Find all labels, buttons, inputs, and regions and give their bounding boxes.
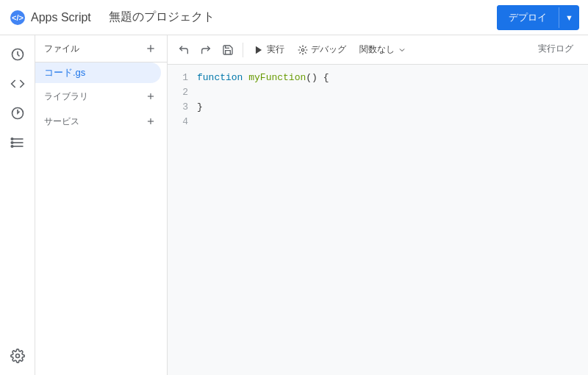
redo-icon — [200, 44, 212, 56]
redo-button[interactable] — [196, 41, 216, 59]
code-icon — [10, 76, 25, 91]
toolbar-divider-1 — [243, 43, 243, 57]
execution-log-tab[interactable]: 実行ログ — [529, 40, 582, 60]
code-toolbar: 実行 デバッグ 関数なし 実行ログ — [168, 35, 588, 65]
svg-text:</>: </> — [12, 13, 24, 22]
plus-icon — [145, 43, 157, 54]
function-label: 関数なし — [359, 43, 395, 56]
save-icon — [222, 44, 234, 56]
svg-point-8 — [11, 142, 13, 144]
sidebar-item-executions[interactable] — [4, 129, 31, 156]
add-file-button[interactable] — [143, 41, 158, 56]
play-icon — [254, 45, 264, 55]
svg-point-10 — [15, 354, 19, 358]
deploy-main-button[interactable]: デプロイ — [497, 5, 559, 30]
debug-icon — [298, 45, 308, 55]
code-content: function myFunction() { } — [197, 71, 588, 369]
libraries-section: ライブラリ — [35, 83, 167, 108]
debug-button[interactable]: デバッグ — [292, 40, 352, 59]
svg-point-18 — [301, 49, 304, 51]
sidebar-item-triggers[interactable] — [4, 100, 31, 126]
settings-icon — [10, 349, 25, 363]
svg-point-9 — [11, 146, 13, 148]
code-area: 実行 デバッグ 関数なし 実行ログ — [168, 35, 588, 375]
project-name-label: 無題のプロジェクト — [109, 10, 215, 25]
plus-icon — [146, 91, 156, 101]
line-num-4: 4 — [176, 115, 188, 129]
line-num-3: 3 — [176, 100, 188, 115]
file-sidebar-header: ファイル — [35, 35, 167, 63]
line-numbers: 1 2 3 4 — [168, 71, 197, 369]
main-layout: ファイル コード.gs ライブラリ — [0, 35, 588, 375]
app-header: </> Apps Script 無題のプロジェクト デプロイ ▼ — [0, 0, 588, 35]
chevron-down-icon — [398, 46, 406, 54]
chevron-down-icon: ▼ — [565, 13, 573, 22]
services-section-header: サービス — [35, 108, 167, 133]
plus-icon — [146, 116, 156, 126]
sidebar-item-overview[interactable] — [4, 41, 31, 68]
svg-point-7 — [11, 138, 13, 140]
run-button[interactable]: 実行 — [248, 40, 290, 59]
execution-log-label: 実行ログ — [538, 43, 573, 54]
file-sidebar: ファイル コード.gs ライブラリ — [35, 35, 168, 375]
trigger-icon — [10, 106, 25, 121]
svg-marker-17 — [256, 46, 262, 54]
libraries-label: ライブラリ — [44, 90, 88, 103]
add-library-button[interactable] — [143, 89, 158, 104]
code-editor[interactable]: 1 2 3 4 function myFunction() { } — [168, 65, 588, 375]
clock-icon — [10, 47, 25, 62]
libraries-section-header: ライブラリ — [35, 83, 167, 108]
function-selector[interactable]: 関数なし — [354, 40, 412, 59]
code-line-3: } — [197, 100, 588, 115]
sidebar-item-editor[interactable] — [4, 71, 31, 97]
code-line-4 — [197, 115, 588, 129]
app-logo: </> Apps Script — [9, 9, 91, 26]
line-num-1: 1 — [176, 71, 188, 85]
sidebar-item-settings[interactable] — [4, 343, 31, 369]
apps-script-logo-icon: </> — [9, 9, 26, 26]
deploy-button-group: デプロイ ▼ — [497, 5, 579, 30]
services-section: サービス — [35, 108, 167, 133]
undo-icon — [178, 44, 190, 56]
deploy-dropdown-button[interactable]: ▼ — [559, 7, 579, 28]
file-item-label: コード.gs — [44, 66, 85, 79]
list-icon — [10, 135, 25, 150]
code-line-2 — [197, 85, 588, 100]
undo-button[interactable] — [173, 41, 194, 59]
run-label: 実行 — [267, 43, 284, 56]
icon-sidebar — [0, 35, 35, 375]
code-line-1: function myFunction() { — [197, 71, 588, 85]
debug-label: デバッグ — [311, 43, 346, 56]
files-section-label: ファイル — [44, 43, 79, 55]
app-name-label: Apps Script — [31, 11, 91, 24]
line-num-2: 2 — [176, 85, 188, 100]
services-label: サービス — [44, 115, 79, 128]
save-button[interactable] — [218, 41, 238, 59]
add-service-button[interactable] — [143, 114, 158, 129]
file-item-code-gs[interactable]: コード.gs — [35, 63, 161, 83]
